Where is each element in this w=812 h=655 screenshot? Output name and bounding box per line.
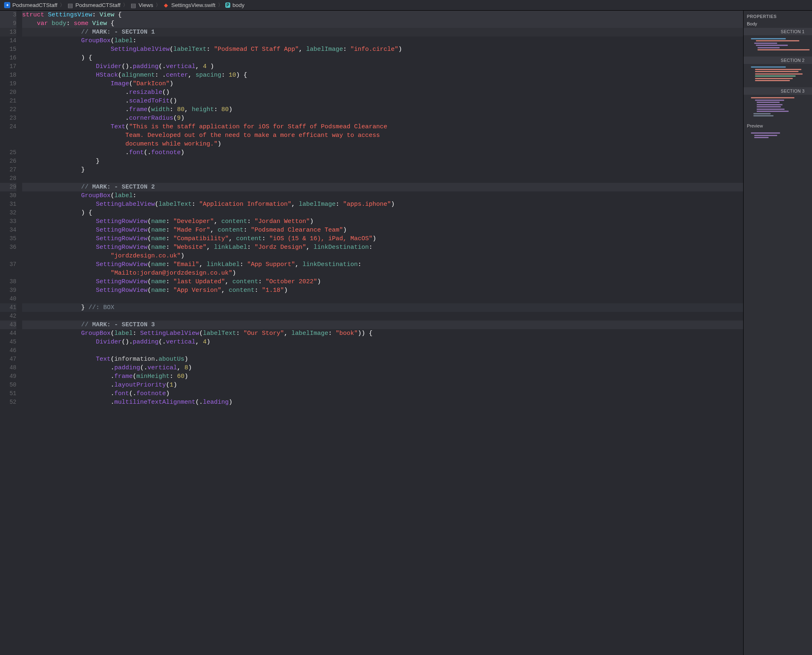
property-icon: P [225,2,231,8]
code-line[interactable]: ) { [22,209,743,217]
code-line[interactable]: struct SettingsView: View { [22,11,743,19]
breadcrumb-views[interactable]: ▤ Views [130,2,153,8]
code-line[interactable]: } [22,157,743,166]
minimap-body-label: Body [744,20,812,27]
code-line[interactable]: SettingRowView(name: "Developer", conten… [22,217,743,226]
code-line[interactable]: var body: some View { [22,19,743,28]
code-line[interactable]: GroupBox(label: SettingLabelView(labelTe… [22,329,743,338]
code-line[interactable]: SettingRowView(name: "Made For", content… [22,226,743,234]
minimap-section-1[interactable]: SECTION 1 [744,28,812,35]
code-line[interactable]: } //: BOX [22,303,743,312]
code-line[interactable]: SettingRowView(name: "App Version", cont… [22,286,743,295]
minimap-lines [744,130,812,143]
breadcrumb-folder[interactable]: ▤ PodsmeadCTStaff [67,2,120,8]
code-line[interactable]: .font(.footnote) [22,148,743,157]
code-line[interactable]: .layoutPriority(1) [22,381,743,389]
code-line[interactable]: ) { [22,54,743,62]
breadcrumb-label: PodsmeadCTStaff [75,2,120,8]
minimap-lines [744,95,812,122]
code-line[interactable]: SettingRowView(name: "last Updated", con… [22,277,743,286]
breadcrumb-file[interactable]: ◆ SettingsView.swift [163,2,215,8]
code-line[interactable]: Team. Developed out of the need to make … [22,131,743,140]
code-line[interactable]: SettingRowView(name: "Email", linkLabel:… [22,260,743,269]
code-line[interactable]: Divider().padding(.vertical, 4 ) [22,62,743,71]
minimap[interactable]: PROPERTIES Body SECTION 1 SECTION 2 SECT… [743,11,812,655]
code-line[interactable]: .cornerRadius(9) [22,114,743,123]
code-line[interactable]: GroupBox(label: [22,191,743,200]
swift-icon: ◆ [163,2,169,8]
app-icon: ✦ [4,2,10,8]
code-line[interactable] [22,312,743,321]
line-gutter: 3913141516171819202122232425262728293031… [0,11,22,407]
code-line[interactable]: } [22,166,743,174]
minimap-lines [744,35,812,56]
code-line[interactable]: HStack(alignment: .center, spacing: 10) … [22,71,743,80]
code-line[interactable]: Divider().padding(.vertical, 4) [22,338,743,346]
code-line[interactable]: // MARK: - SECTION 3 [22,321,743,329]
code-line[interactable]: SettingLabelView(labelText: "Podsmead CT… [22,45,743,54]
code-line[interactable]: "Mailto:jordan@jordzdesign.co.uk") [22,269,743,277]
code-line[interactable]: SettingLabelView(labelText: "Application… [22,200,743,209]
code-line[interactable]: documents while working.") [22,140,743,148]
chevron-right-icon: 〉 [60,2,65,9]
breadcrumb-app[interactable]: ✦ PodsmeadCTStaff [4,2,57,8]
code-line[interactable]: .padding(.vertical, 8) [22,364,743,372]
breadcrumb-label: body [232,2,244,8]
code-line[interactable]: // MARK: - SECTION 2 [22,183,743,191]
code-line[interactable] [22,174,743,183]
folder-icon: ▤ [130,2,136,8]
code-line[interactable]: .frame(width: 80, height: 80) [22,105,743,114]
code-line[interactable]: "jordzdesign.co.uk") [22,252,743,260]
code-line[interactable]: // MARK: - SECTION 1 [22,28,743,36]
minimap-section-2[interactable]: SECTION 2 [744,57,812,64]
minimap-section-3[interactable]: SECTION 3 [744,87,812,95]
code-content[interactable]: struct SettingsView: View { var body: so… [22,11,743,407]
code-editor[interactable]: 3913141516171819202122232425262728293031… [0,11,743,655]
code-line[interactable]: Text(information.aboutUs) [22,355,743,364]
breadcrumb-label: Views [138,2,153,8]
code-line[interactable] [22,346,743,355]
breadcrumb-label: PodsmeadCTStaff [12,2,57,8]
code-line[interactable]: .scaledToFit() [22,97,743,105]
code-line[interactable]: .multilineTextAlignment(.leading) [22,398,743,407]
code-line[interactable]: .resizable() [22,88,743,97]
chevron-right-icon: 〉 [218,2,223,9]
breadcrumb[interactable]: ✦ PodsmeadCTStaff 〉 ▤ PodsmeadCTStaff 〉 … [0,0,812,11]
chevron-right-icon: 〉 [156,2,161,9]
code-line[interactable]: SettingRowView(name: "Website", linkLabe… [22,243,743,252]
minimap-properties-header: PROPERTIES [744,12,812,20]
code-line[interactable]: SettingRowView(name: "Compatibility", co… [22,234,743,243]
code-line[interactable]: GroupBox(label: [22,36,743,45]
code-line[interactable]: Image("DarkIcon") [22,80,743,88]
breadcrumb-symbol[interactable]: P body [225,2,245,8]
code-line[interactable]: .frame(minHeight: 60) [22,372,743,381]
folder-icon: ▤ [67,2,73,8]
code-line[interactable]: Text("This is the staff application for … [22,123,743,131]
minimap-preview-label: Preview [744,122,812,130]
code-line[interactable]: .font(.footnote) [22,389,743,398]
chevron-right-icon: 〉 [123,2,128,9]
minimap-lines [744,64,812,86]
code-line[interactable] [22,295,743,303]
breadcrumb-label: SettingsView.swift [171,2,215,8]
